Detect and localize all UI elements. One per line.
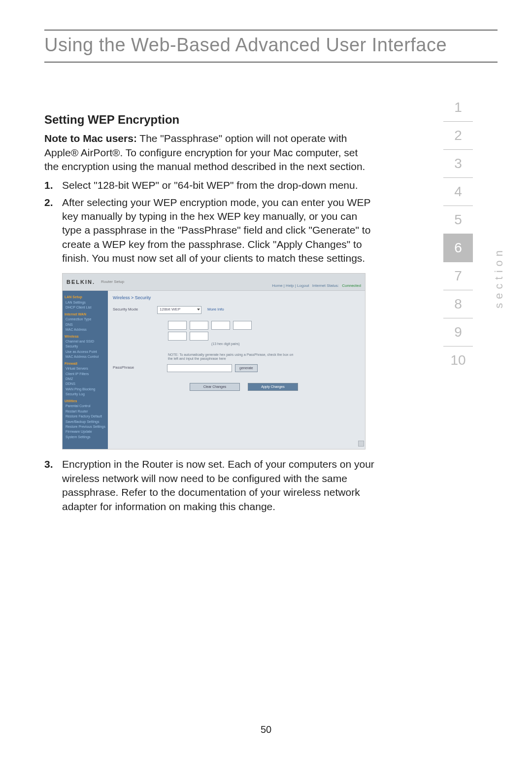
- generate-button[interactable]: generate: [235, 364, 258, 372]
- header-status-value: Connected: [342, 283, 361, 288]
- sidebar-item[interactable]: System Settings: [66, 435, 106, 439]
- hex-cell[interactable]: [190, 332, 208, 341]
- section-tab-9[interactable]: 9: [443, 318, 473, 346]
- section-tab-3[interactable]: 3: [443, 150, 473, 178]
- section-label: section: [493, 246, 505, 309]
- more-info-link[interactable]: More Info: [207, 307, 224, 312]
- step-1-num: 1.: [44, 178, 62, 192]
- apply-changes-button[interactable]: Apply Changes: [248, 383, 298, 391]
- sidebar-group-utilities: Utilities: [65, 399, 106, 403]
- sidebar-item[interactable]: DMZ: [66, 377, 106, 381]
- router-header: BELKIN. Router Setup Home | Help | Logou…: [63, 274, 365, 291]
- sidebar-item[interactable]: Client IP Filters: [66, 372, 106, 376]
- sidebar-group-wireless: Wireless: [65, 334, 106, 339]
- hex-hint: (13 hex digit pairs): [211, 342, 360, 346]
- passphrase-input[interactable]: [167, 364, 232, 372]
- sidebar-item[interactable]: MAC Address Control: [66, 354, 106, 359]
- sidebar-item[interactable]: Channel and SSID: [66, 339, 106, 344]
- steps-list: 1. Select "128-bit WEP" or "64-bit WEP" …: [44, 178, 374, 265]
- section-tab-6[interactable]: 6: [443, 234, 473, 262]
- hex-cell[interactable]: [211, 321, 230, 330]
- section-tab-2[interactable]: 2: [443, 122, 473, 150]
- section-tab-5[interactable]: 5: [443, 206, 473, 234]
- section-rail: section 12345678910: [443, 94, 473, 374]
- clear-changes-button[interactable]: Clear Changes: [190, 383, 240, 391]
- passphrase-label: PassPhrase: [113, 365, 167, 371]
- step-1-text: Select "128-bit WEP" or "64-bit WEP" fro…: [62, 178, 374, 192]
- sidebar-item[interactable]: WAN Ping Blocking: [66, 387, 106, 391]
- sidebar-group-lan: LAN Setup: [65, 295, 106, 299]
- section-tab-8[interactable]: 8: [443, 290, 473, 318]
- scroll-corner[interactable]: [358, 441, 364, 447]
- sidebar-item[interactable]: Firmware Update: [66, 429, 106, 434]
- security-mode-label: Security Mode: [113, 307, 157, 312]
- passphrase-note: NOTE: To automatically generate hex pair…: [168, 353, 296, 361]
- header-status-label: Internet Status:: [312, 283, 339, 288]
- mac-note: Note to Mac users: The "Passphrase" opti…: [44, 132, 374, 173]
- step-3-text: Encryption in the Router is now set. Eac…: [62, 457, 374, 513]
- header-links-nav[interactable]: Home | Help | Logout: [272, 283, 309, 288]
- sidebar-group-wan: Internet WAN: [65, 312, 106, 316]
- steps-list-continued: 3. Encryption in the Router is now set. …: [44, 457, 374, 513]
- sidebar-item[interactable]: MAC Address: [66, 327, 106, 332]
- brand-logo: BELKIN.: [66, 278, 95, 286]
- sidebar-item[interactable]: Parental Control: [66, 404, 106, 408]
- step-2: 2. After selecting your WEP encryption m…: [44, 196, 374, 266]
- sidebar-item[interactable]: Save/Backup Settings: [66, 419, 106, 424]
- router-main-panel: Wireless > Security Security Mode 128bit…: [108, 291, 365, 449]
- step-2-num: 2.: [44, 196, 62, 266]
- sidebar-item[interactable]: Security Log: [66, 392, 106, 396]
- sidebar-item[interactable]: Virtual Servers: [66, 366, 106, 371]
- header-links: Home | Help | Logout Internet Status: Co…: [270, 283, 361, 289]
- sidebar-item[interactable]: DNS: [66, 322, 106, 327]
- hex-cell[interactable]: [168, 332, 187, 341]
- hex-key-grid-row2: [168, 332, 360, 341]
- security-mode-select[interactable]: 128bit WEP: [157, 306, 201, 314]
- sidebar-group-firewall: Firewall: [65, 361, 106, 366]
- page-title: Using the Web-Based Advanced User Interf…: [44, 30, 498, 63]
- mac-note-label: Note to Mac users:: [44, 133, 137, 144]
- section-heading: Setting WEP Encryption: [44, 112, 374, 128]
- sidebar-item[interactable]: Use as Access Point: [66, 349, 106, 354]
- router-sidebar: LAN Setup LAN Settings DHCP Client List …: [63, 291, 108, 449]
- hex-key-grid: [168, 321, 360, 330]
- sidebar-item[interactable]: Restore Factory Default: [66, 414, 106, 418]
- sidebar-item[interactable]: Connection Type: [66, 317, 106, 321]
- hex-cell[interactable]: [168, 321, 187, 330]
- router-ui-screenshot: BELKIN. Router Setup Home | Help | Logou…: [62, 273, 366, 449]
- section-tab-4[interactable]: 4: [443, 178, 473, 206]
- sidebar-item[interactable]: Restore Previous Settings: [66, 424, 106, 429]
- sidebar-item[interactable]: Restart Router: [66, 409, 106, 414]
- step-2-text: After selecting your WEP encryption mode…: [62, 196, 374, 266]
- step-3-num: 3.: [44, 457, 62, 513]
- sidebar-item[interactable]: Security: [66, 344, 106, 348]
- step-3: 3. Encryption in the Router is now set. …: [44, 457, 374, 513]
- page-number: 50: [0, 724, 532, 735]
- brand-sub: Router Setup: [101, 279, 124, 285]
- step-1: 1. Select "128-bit WEP" or "64-bit WEP" …: [44, 178, 374, 192]
- breadcrumb: Wireless > Security: [113, 295, 360, 301]
- sidebar-item[interactable]: DHCP Client List: [66, 305, 106, 310]
- section-tab-7[interactable]: 7: [443, 262, 473, 290]
- section-tab-1[interactable]: 1: [443, 94, 473, 122]
- sidebar-item[interactable]: DDNS: [66, 381, 106, 386]
- hex-cell[interactable]: [190, 321, 208, 330]
- sidebar-item[interactable]: LAN Settings: [66, 300, 106, 305]
- hex-cell[interactable]: [233, 321, 252, 330]
- content-body: Setting WEP Encryption Note to Mac users…: [44, 112, 374, 514]
- section-tab-10[interactable]: 10: [443, 346, 473, 374]
